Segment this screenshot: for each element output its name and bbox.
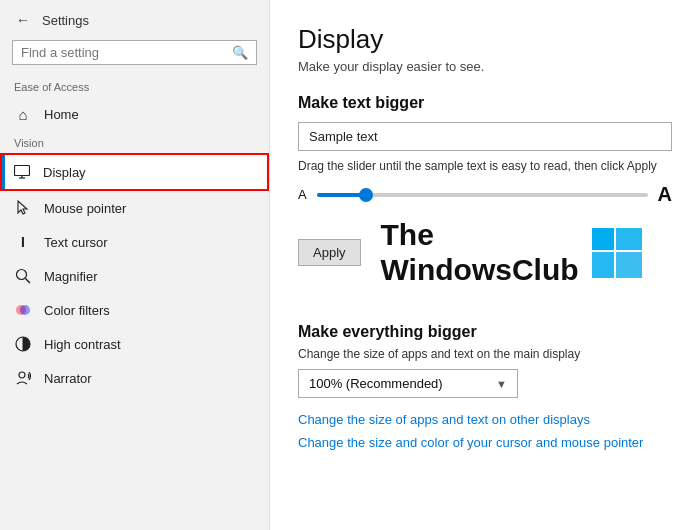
sidebar-item-magnifier-label: Magnifier bbox=[44, 269, 97, 284]
main-content: Display Make your display easier to see.… bbox=[270, 0, 700, 530]
slider-row: A A bbox=[298, 183, 672, 206]
sidebar-item-high-contrast-label: High contrast bbox=[44, 337, 121, 352]
magnifier-icon bbox=[14, 267, 32, 285]
back-button[interactable]: ← bbox=[12, 10, 34, 30]
svg-marker-11 bbox=[616, 228, 642, 250]
sidebar-item-display[interactable]: Display bbox=[0, 153, 269, 191]
svg-marker-10 bbox=[592, 228, 614, 250]
sidebar-item-home-label: Home bbox=[44, 107, 79, 122]
watermark-text: The WindowsClub bbox=[381, 218, 579, 287]
svg-marker-13 bbox=[616, 252, 642, 278]
sidebar-header: ← Settings bbox=[0, 0, 269, 36]
watermark-logo bbox=[589, 225, 645, 281]
slider-label-large: A bbox=[658, 183, 672, 206]
home-icon: ⌂ bbox=[14, 105, 32, 123]
dropdown-value: 100% (Recommended) bbox=[309, 376, 443, 391]
sidebar-item-color-filters-label: Color filters bbox=[44, 303, 110, 318]
mouse-pointer-icon bbox=[14, 199, 32, 217]
text-cursor-icon: I bbox=[14, 233, 32, 251]
sidebar-item-color-filters[interactable]: Color filters bbox=[0, 293, 269, 327]
sidebar-title: Settings bbox=[42, 13, 89, 28]
ease-of-access-label: Ease of Access bbox=[0, 75, 269, 97]
sidebar-item-high-contrast[interactable]: High contrast bbox=[0, 327, 269, 361]
watermark-area: The WindowsClub bbox=[381, 218, 645, 287]
chevron-down-icon: ▼ bbox=[496, 378, 507, 390]
svg-point-9 bbox=[19, 372, 25, 378]
slider-instruction: Drag the slider until the sample text is… bbox=[298, 159, 672, 173]
sidebar-item-narrator-label: Narrator bbox=[44, 371, 92, 386]
sidebar-item-narrator[interactable]: Narrator bbox=[0, 361, 269, 395]
page-title: Display bbox=[298, 24, 672, 55]
display-icon bbox=[13, 163, 31, 181]
apply-button[interactable]: Apply bbox=[298, 239, 361, 266]
svg-line-4 bbox=[26, 279, 31, 284]
color-filters-icon bbox=[14, 301, 32, 319]
high-contrast-icon bbox=[14, 335, 32, 353]
search-box[interactable]: 🔍 bbox=[12, 40, 257, 65]
search-input[interactable] bbox=[21, 45, 226, 60]
page-subtitle: Make your display easier to see. bbox=[298, 59, 672, 74]
sidebar-item-home[interactable]: ⌂ Home bbox=[0, 97, 269, 131]
sidebar-item-display-label: Display bbox=[43, 165, 86, 180]
search-icon: 🔍 bbox=[232, 45, 248, 60]
display-scale-dropdown[interactable]: 100% (Recommended) ▼ bbox=[298, 369, 518, 398]
cursor-link[interactable]: Change the size and color of your cursor… bbox=[298, 435, 672, 450]
sample-text-box: Sample text bbox=[298, 122, 672, 151]
sidebar-item-text-cursor[interactable]: I Text cursor bbox=[0, 225, 269, 259]
sample-text: Sample text bbox=[309, 129, 378, 144]
make-text-bigger-title: Make text bigger bbox=[298, 94, 672, 112]
dropdown-desc: Change the size of apps and text on the … bbox=[298, 347, 672, 361]
sidebar-item-text-cursor-label: Text cursor bbox=[44, 235, 108, 250]
slider-thumb[interactable] bbox=[359, 188, 373, 202]
other-displays-link[interactable]: Change the size of apps and text on othe… bbox=[298, 412, 672, 427]
sidebar-item-mouse-pointer[interactable]: Mouse pointer bbox=[0, 191, 269, 225]
svg-point-3 bbox=[17, 270, 27, 280]
vision-label: Vision bbox=[0, 131, 269, 153]
svg-rect-0 bbox=[15, 166, 30, 176]
slider-label-small: A bbox=[298, 187, 307, 202]
make-everything-bigger-title: Make everything bigger bbox=[298, 323, 672, 341]
sidebar: ← Settings 🔍 Ease of Access ⌂ Home Visio… bbox=[0, 0, 270, 530]
sidebar-item-magnifier[interactable]: Magnifier bbox=[0, 259, 269, 293]
narrator-icon bbox=[14, 369, 32, 387]
svg-marker-12 bbox=[592, 252, 614, 278]
svg-point-6 bbox=[20, 305, 30, 315]
text-size-slider[interactable] bbox=[317, 193, 648, 197]
sidebar-item-mouse-pointer-label: Mouse pointer bbox=[44, 201, 126, 216]
